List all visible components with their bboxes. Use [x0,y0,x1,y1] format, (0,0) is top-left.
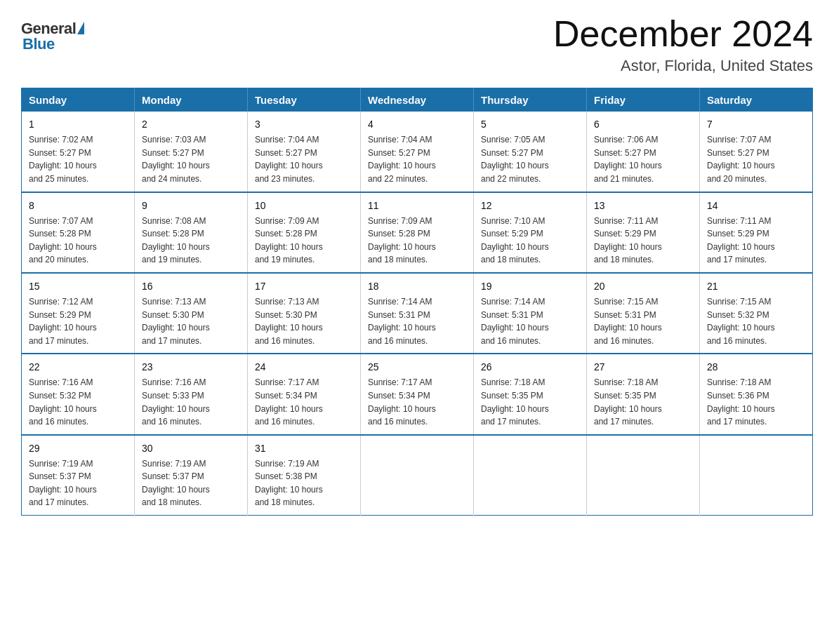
calendar-cell: 31Sunrise: 7:19 AMSunset: 5:38 PMDayligh… [248,435,361,516]
calendar-cell: 1Sunrise: 7:02 AMSunset: 5:27 PMDaylight… [22,112,135,192]
day-number: 2 [142,117,240,132]
calendar-cell: 20Sunrise: 7:15 AMSunset: 5:31 PMDayligh… [587,273,700,354]
calendar-cell: 21Sunrise: 7:15 AMSunset: 5:32 PMDayligh… [700,273,813,354]
day-info: Sunrise: 7:03 AMSunset: 5:27 PMDaylight:… [142,133,240,185]
day-info: Sunrise: 7:18 AMSunset: 5:35 PMDaylight:… [594,376,692,428]
calendar-week-row: 22Sunrise: 7:16 AMSunset: 5:32 PMDayligh… [22,354,813,434]
day-info: Sunrise: 7:13 AMSunset: 5:30 PMDaylight:… [142,295,240,347]
day-info: Sunrise: 7:09 AMSunset: 5:28 PMDaylight:… [368,215,466,267]
calendar-table: SundayMondayTuesdayWednesdayThursdayFrid… [21,88,813,516]
day-info: Sunrise: 7:19 AMSunset: 5:37 PMDaylight:… [29,457,127,509]
month-year-title: December 2024 [553,14,813,54]
logo-triangle-icon [77,22,84,34]
day-number: 5 [481,117,579,132]
calendar-cell: 30Sunrise: 7:19 AMSunset: 5:37 PMDayligh… [135,435,248,516]
day-number: 19 [481,279,579,294]
calendar-cell [587,435,700,516]
weekday-header-saturday: Saturday [700,88,813,112]
calendar-cell: 25Sunrise: 7:17 AMSunset: 5:34 PMDayligh… [361,354,474,434]
day-number: 21 [707,279,805,294]
day-number: 4 [368,117,466,132]
calendar-cell: 18Sunrise: 7:14 AMSunset: 5:31 PMDayligh… [361,273,474,354]
day-number: 8 [29,199,127,213]
day-info: Sunrise: 7:16 AMSunset: 5:32 PMDaylight:… [29,376,127,428]
day-number: 12 [481,199,579,213]
weekday-header-friday: Friday [587,88,700,112]
title-area: December 2024 Astor, Florida, United Sta… [553,14,813,75]
calendar-cell: 19Sunrise: 7:14 AMSunset: 5:31 PMDayligh… [474,273,587,354]
day-info: Sunrise: 7:02 AMSunset: 5:27 PMDaylight:… [29,133,127,185]
day-number: 30 [142,441,240,456]
day-info: Sunrise: 7:15 AMSunset: 5:31 PMDaylight:… [594,295,692,347]
day-info: Sunrise: 7:13 AMSunset: 5:30 PMDaylight:… [255,295,353,347]
day-info: Sunrise: 7:17 AMSunset: 5:34 PMDaylight:… [368,376,466,428]
calendar-cell [474,435,587,516]
day-number: 27 [594,360,692,375]
day-number: 7 [707,117,805,132]
day-info: Sunrise: 7:18 AMSunset: 5:36 PMDaylight:… [707,376,805,428]
logo: General Blue [21,14,84,53]
day-number: 15 [29,279,127,294]
day-number: 17 [255,279,353,294]
calendar-week-row: 15Sunrise: 7:12 AMSunset: 5:29 PMDayligh… [22,273,813,354]
calendar-cell: 13Sunrise: 7:11 AMSunset: 5:29 PMDayligh… [587,192,700,273]
day-number: 18 [368,279,466,294]
day-info: Sunrise: 7:10 AMSunset: 5:29 PMDaylight:… [481,215,579,267]
day-number: 3 [255,117,353,132]
calendar-cell: 23Sunrise: 7:16 AMSunset: 5:33 PMDayligh… [135,354,248,434]
day-info: Sunrise: 7:07 AMSunset: 5:28 PMDaylight:… [29,215,127,267]
calendar-cell [361,435,474,516]
day-number: 10 [255,199,353,213]
day-number: 28 [707,360,805,375]
weekday-header-thursday: Thursday [474,88,587,112]
calendar-cell: 26Sunrise: 7:18 AMSunset: 5:35 PMDayligh… [474,354,587,434]
calendar-cell: 17Sunrise: 7:13 AMSunset: 5:30 PMDayligh… [248,273,361,354]
calendar-cell: 7Sunrise: 7:07 AMSunset: 5:27 PMDaylight… [700,112,813,192]
day-info: Sunrise: 7:09 AMSunset: 5:28 PMDaylight:… [255,215,353,267]
calendar-week-row: 1Sunrise: 7:02 AMSunset: 5:27 PMDaylight… [22,112,813,192]
calendar-cell: 12Sunrise: 7:10 AMSunset: 5:29 PMDayligh… [474,192,587,273]
day-info: Sunrise: 7:19 AMSunset: 5:37 PMDaylight:… [142,457,240,509]
day-info: Sunrise: 7:19 AMSunset: 5:38 PMDaylight:… [255,457,353,509]
location-subtitle: Astor, Florida, United States [553,57,813,75]
calendar-cell: 3Sunrise: 7:04 AMSunset: 5:27 PMDaylight… [248,112,361,192]
day-number: 6 [594,117,692,132]
day-number: 22 [29,360,127,375]
day-info: Sunrise: 7:16 AMSunset: 5:33 PMDaylight:… [142,376,240,428]
calendar-cell: 16Sunrise: 7:13 AMSunset: 5:30 PMDayligh… [135,273,248,354]
calendar-week-row: 8Sunrise: 7:07 AMSunset: 5:28 PMDaylight… [22,192,813,273]
logo-text-blue: Blue [22,35,55,53]
day-number: 16 [142,279,240,294]
day-info: Sunrise: 7:17 AMSunset: 5:34 PMDaylight:… [255,376,353,428]
weekday-header-wednesday: Wednesday [361,88,474,112]
calendar-cell: 28Sunrise: 7:18 AMSunset: 5:36 PMDayligh… [700,354,813,434]
day-number: 24 [255,360,353,375]
day-number: 9 [142,199,240,213]
weekday-header-row: SundayMondayTuesdayWednesdayThursdayFrid… [22,88,813,112]
calendar-cell: 6Sunrise: 7:06 AMSunset: 5:27 PMDaylight… [587,112,700,192]
calendar-cell: 27Sunrise: 7:18 AMSunset: 5:35 PMDayligh… [587,354,700,434]
calendar-cell: 9Sunrise: 7:08 AMSunset: 5:28 PMDaylight… [135,192,248,273]
calendar-cell: 5Sunrise: 7:05 AMSunset: 5:27 PMDaylight… [474,112,587,192]
calendar-cell: 29Sunrise: 7:19 AMSunset: 5:37 PMDayligh… [22,435,135,516]
calendar-cell: 8Sunrise: 7:07 AMSunset: 5:28 PMDaylight… [22,192,135,273]
day-info: Sunrise: 7:14 AMSunset: 5:31 PMDaylight:… [481,295,579,347]
calendar-cell: 15Sunrise: 7:12 AMSunset: 5:29 PMDayligh… [22,273,135,354]
calendar-week-row: 29Sunrise: 7:19 AMSunset: 5:37 PMDayligh… [22,435,813,516]
day-info: Sunrise: 7:06 AMSunset: 5:27 PMDaylight:… [594,133,692,185]
calendar-cell: 2Sunrise: 7:03 AMSunset: 5:27 PMDaylight… [135,112,248,192]
day-number: 26 [481,360,579,375]
day-info: Sunrise: 7:12 AMSunset: 5:29 PMDaylight:… [29,295,127,347]
day-info: Sunrise: 7:15 AMSunset: 5:32 PMDaylight:… [707,295,805,347]
day-info: Sunrise: 7:18 AMSunset: 5:35 PMDaylight:… [481,376,579,428]
day-info: Sunrise: 7:11 AMSunset: 5:29 PMDaylight:… [594,215,692,267]
day-number: 23 [142,360,240,375]
calendar-cell: 24Sunrise: 7:17 AMSunset: 5:34 PMDayligh… [248,354,361,434]
day-info: Sunrise: 7:11 AMSunset: 5:29 PMDaylight:… [707,215,805,267]
day-number: 13 [594,199,692,213]
day-number: 25 [368,360,466,375]
day-info: Sunrise: 7:04 AMSunset: 5:27 PMDaylight:… [368,133,466,185]
calendar-cell: 14Sunrise: 7:11 AMSunset: 5:29 PMDayligh… [700,192,813,273]
calendar-cell: 4Sunrise: 7:04 AMSunset: 5:27 PMDaylight… [361,112,474,192]
page-header: General Blue December 2024 Astor, Florid… [21,14,813,75]
